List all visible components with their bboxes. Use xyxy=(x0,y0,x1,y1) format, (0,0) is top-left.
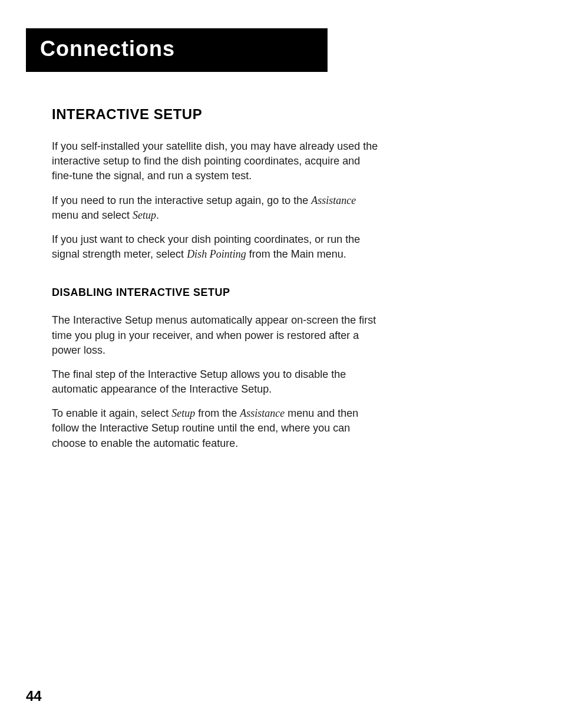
paragraph: The Interactive Setup menus automaticall… xyxy=(52,313,382,358)
paragraph: To enable it again, select Setup from th… xyxy=(52,406,382,451)
paragraph: If you self-installed your satellite dis… xyxy=(52,139,382,184)
italic-term: Setup xyxy=(133,209,156,221)
italic-term: Setup xyxy=(171,407,195,419)
page-container: Connections Interactive Setup If you sel… xyxy=(0,0,562,728)
page-number: 44 xyxy=(26,688,42,704)
text-run: To enable it again, select xyxy=(52,407,171,419)
italic-term: Assistance xyxy=(311,195,356,206)
text-run: . xyxy=(156,209,159,221)
section-heading-interactive-setup: Interactive Setup xyxy=(52,106,382,123)
subsection-heading-disabling: Disabling Interactive Setup xyxy=(52,286,382,299)
paragraph: If you just want to check your dish poin… xyxy=(52,232,382,262)
paragraph: The final step of the Interactive Setup … xyxy=(52,367,382,397)
paragraph: If you need to run the interactive setup… xyxy=(52,193,382,223)
text-run: from the Main menu. xyxy=(246,248,346,260)
text-run: If you need to run the interactive setup… xyxy=(52,195,311,206)
italic-term: Assistance xyxy=(240,407,285,419)
chapter-title: Connections xyxy=(40,37,313,61)
content-area: Interactive Setup If you self-installed … xyxy=(52,106,382,451)
text-run: from the xyxy=(195,407,240,419)
text-run: menu and select xyxy=(52,209,133,221)
italic-term: Dish Pointing xyxy=(187,248,246,260)
chapter-banner: Connections xyxy=(26,28,328,72)
